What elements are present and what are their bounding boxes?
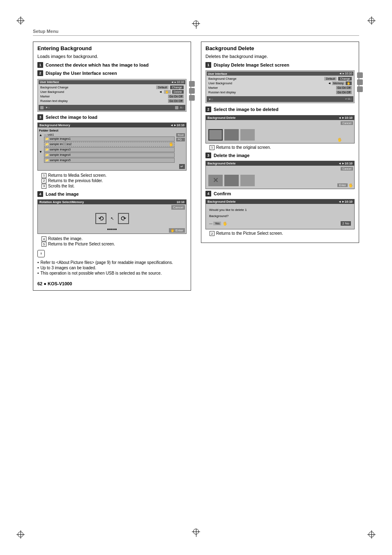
sub-note-del4-1: 2 Returns to the Pictrue Select screen. <box>210 231 355 236</box>
arrow-up[interactable]: ▲ <box>39 133 42 137</box>
entering-background-title: Entering Background <box>37 45 187 51</box>
reg-mark-tr <box>367 16 376 25</box>
yes-area: — Yes 🖐 <box>209 222 227 226</box>
info-bullet-3: • This operation is not possible when US… <box>37 271 187 275</box>
screen-russian-opt: Go On Off <box>168 99 184 103</box>
del-screen-header: User Interface ◄ ▸ 10:10 <box>207 72 353 76</box>
right-column: Background Delete Deletes the background… <box>201 42 359 296</box>
cancel-button-del2[interactable]: Cancel <box>341 167 353 171</box>
bg-memory-screen-container: Background Memory ◄ ▸ 10:10 Folder Selec… <box>37 123 187 171</box>
folder-item-5[interactable]: 📁 sample images5 <box>44 158 175 163</box>
step-4-label: Load the image <box>46 191 79 197</box>
screen-row-userbg: User Background ◄ 🖐 Delete <box>40 90 184 94</box>
root-btn[interactable]: Root <box>176 133 185 137</box>
del-screen-body: Background Change Default Change User Ba… <box>207 76 353 96</box>
step-2-num: 2 <box>37 70 43 76</box>
thumb-row-1 <box>207 128 353 142</box>
background-delete-title: Background Delete <box>205 45 355 51</box>
screen-row-marker: Marker Go On Off <box>40 95 184 98</box>
folder-item-4[interactable]: 📁 sample images4 <box>44 153 175 157</box>
del-step-3: 3 Delete the image <box>205 153 355 158</box>
sub-notes-del2: 1 Returns to the original screen. <box>210 145 355 150</box>
sub-note-text-1: Returns to Media Select screen. <box>48 173 106 178</box>
del-screen-title: User Interface <box>208 72 227 75</box>
sub-note-text-4: Rotates the image. <box>48 236 83 241</box>
del-bottom-icons-right: ↩ A○ <box>345 97 352 101</box>
confirm-header: Background Delete ◄ ▸ 10:10 <box>206 199 354 204</box>
cancel-button-del1[interactable]: Cancel <box>341 121 353 125</box>
no-button[interactable]: 2 No <box>341 221 351 226</box>
bg-memory-body: Folder Select ▲ ▼ — usb1 📁 sample images… <box>38 127 186 170</box>
del-side-icon-group <box>357 72 363 92</box>
confirm-time: ◄ ▸ 10:10 <box>338 200 353 204</box>
thumb-del-1[interactable]: ✕ <box>208 175 223 186</box>
del-screen-label-bgchange: Background Change <box>208 77 236 81</box>
step-3-num: 3 <box>37 114 43 120</box>
entering-background-box: Entering Background Loads images for bac… <box>33 42 191 291</box>
sub-note-4-1: 4 Rotates the image. <box>42 236 187 241</box>
screen-label-bgchange: Background Change <box>40 86 68 89</box>
side-icon-group <box>189 81 195 101</box>
del-screen-row-bgchange: Background Change Default Change <box>208 77 352 81</box>
enter-button-rotation[interactable]: 🖐 Enter <box>169 228 185 233</box>
thumb-row-2: ✕ <box>207 173 353 187</box>
enter-button-del2[interactable]: Enter <box>337 183 348 187</box>
del-screen-icons: ◄ ▸ 10:10 <box>339 72 352 75</box>
bullet-dot-1: • <box>37 260 39 265</box>
device-screen-ui: User Interface ◄ ▸ 10:10 Background Chan… <box>37 79 187 112</box>
background-delete-desc: Deletes the background image. <box>205 54 355 59</box>
folder-item-1[interactable]: 📁 sample images1 <box>44 136 175 141</box>
screen-icons: ◄ ▸ 10:10 <box>171 81 184 84</box>
rotation-icon-right[interactable]: ⟳ <box>118 213 129 224</box>
cancel-button-rotation[interactable]: Cancel <box>171 205 185 210</box>
del-step-4: 4 Confirm <box>205 191 355 197</box>
yes-button[interactable]: Yes <box>213 222 221 225</box>
rotation-time: 10:10 <box>177 200 184 204</box>
del-screen-marker-opt: Go On Off <box>336 86 352 90</box>
step-4: 4 Load the image <box>37 191 187 197</box>
del-step-1: 1 Display Delete Image Select screen <box>205 62 355 68</box>
del-step-3-num: 3 <box>205 153 211 158</box>
hand-icon-del2: 🖐 <box>348 183 353 187</box>
info-icon-row: i <box>37 250 187 259</box>
del-screen-row-userbg: User Background ◄ Memory 🖐 <box>208 81 352 85</box>
thumb-del-3[interactable] <box>240 175 255 186</box>
rotation-icon-left[interactable]: ⟲ <box>95 213 106 224</box>
folder-item-3[interactable]: 📁 sample images3 <box>44 147 175 152</box>
screen-header: User Interface ◄ ▸ 10:10 <box>39 80 185 84</box>
hand-icon-confirm: 🖐 <box>223 222 227 226</box>
del-step-2-label: Select the image to be deleted <box>214 106 279 112</box>
del-screen-memory: ◄ Memory 🖐 <box>328 81 352 85</box>
del-screen-russian-opt: Go On Off <box>336 90 352 94</box>
bgdel-header1: Background Delete ◄ ▸ 10:10 <box>206 116 354 120</box>
thumb-del-2[interactable] <box>224 175 239 186</box>
confirm-body: Would you like to delete 1 Background? —… <box>206 204 354 229</box>
bgdel-time2: ◄ ▸ 10:10 <box>338 162 353 165</box>
folder-layout: ▲ ▼ — usb1 📁 sample images1 📁 sample im … <box>39 133 185 163</box>
confirm-question: Background? <box>209 214 351 218</box>
arrow-down[interactable]: ▼ <box>39 150 42 154</box>
page-content: Setup Menu Entering Background Loads ima… <box>0 0 392 329</box>
screen-btns: Default Change <box>156 86 184 89</box>
bgdel-time1: ◄ ▸ 10:10 <box>338 116 353 120</box>
yes-label: — <box>209 222 212 225</box>
thumb-2[interactable] <box>224 129 239 141</box>
screen-body: Background Change Default Change User Ba… <box>39 84 185 105</box>
sub-note-text-3: Scrolls the list. <box>48 184 74 188</box>
del-bottom-text: ▼○ <box>208 98 213 101</box>
pg-btn[interactable]: PG <box>176 138 185 141</box>
bottom-text: ▼○ <box>45 106 50 109</box>
step-1-label: Connect the device which has the image t… <box>46 62 149 68</box>
thumb-1-selected[interactable] <box>208 129 223 141</box>
info-bullet-text-2: Up to 3 images can be loaded. <box>41 266 97 270</box>
side-icon-1 <box>189 81 195 87</box>
thumb-3[interactable] <box>240 129 255 141</box>
confirm-buttons-row: — Yes 🖐 2 No <box>209 221 351 226</box>
bullet-dot-2: • <box>37 266 39 270</box>
right-btns: Root PG <box>176 133 185 163</box>
left-column: Entering Background Loads images for bac… <box>33 42 191 296</box>
folder-item-2[interactable]: 📁 sample im es2 🖐 <box>44 142 175 147</box>
enter-icon[interactable]: ↵ <box>179 164 185 169</box>
screen-label-marker: Marker <box>40 95 50 98</box>
rotation-screen: Rotation Angle Select/Memory 10:10 Cance… <box>37 199 187 234</box>
